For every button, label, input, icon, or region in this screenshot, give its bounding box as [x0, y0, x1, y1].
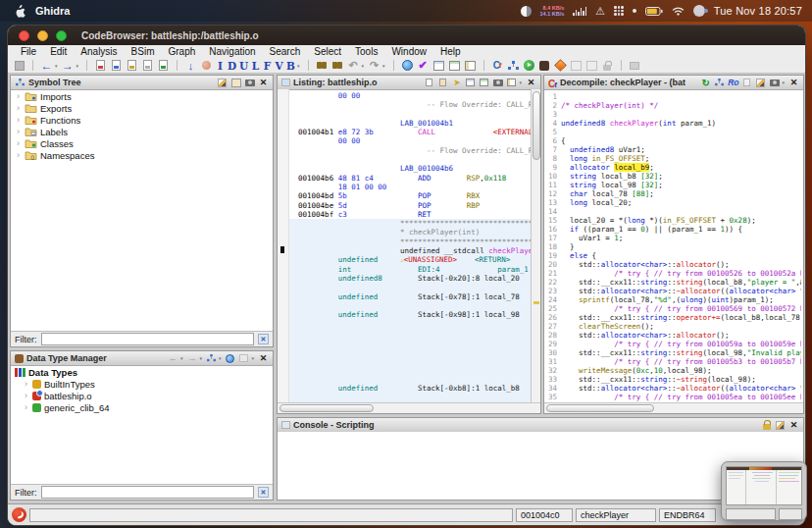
- lock-icon[interactable]: [601, 59, 614, 72]
- tree-options-icon[interactable]: [206, 353, 217, 364]
- listing-code[interactable]: 00 00 -- Flow Override: CALL_RETURN ( LA…: [289, 91, 531, 402]
- nav-label-icon[interactable]: L: [251, 60, 260, 72]
- code-line[interactable]: [289, 346, 531, 355]
- refresh-icon[interactable]: [225, 353, 235, 364]
- world-icon[interactable]: [401, 59, 414, 72]
- code-line[interactable]: -- Flow Override: CALL_RETURN (: [289, 146, 531, 155]
- close-window-button[interactable]: [19, 30, 29, 41]
- nav-bookmark-icon[interactable]: B: [286, 60, 295, 72]
- back-icon[interactable]: ←: [40, 59, 53, 72]
- tree-item-battleship-o[interactable]: › battleship.o: [11, 390, 273, 401]
- menu-tools[interactable]: Tools: [348, 46, 384, 57]
- code-line[interactable]: undefined __stdcall checkPlayer: [289, 246, 531, 255]
- menu-help[interactable]: Help: [433, 46, 468, 57]
- search-memory-icon[interactable]: [316, 59, 329, 72]
- display-contrast-icon[interactable]: [521, 6, 532, 17]
- camera-icon[interactable]: [492, 78, 503, 88]
- code-line[interactable]: ************************************: [289, 238, 531, 246]
- code-line[interactable]: 00 00: [289, 136, 531, 145]
- code-line[interactable]: ************************************: [289, 219, 531, 228]
- chevron-right-icon[interactable]: ›: [23, 379, 29, 389]
- data-type-icon[interactable]: [554, 59, 567, 72]
- code-line[interactable]: [289, 356, 531, 365]
- close-icon[interactable]: ✕: [258, 78, 269, 88]
- code-line[interactable]: 9 allocator local_b9;: [546, 163, 801, 172]
- chevron-right-icon[interactable]: ›: [15, 115, 22, 125]
- code-line[interactable]: undefined8 Stack[-0x20]:8 local_20: [289, 274, 531, 283]
- clear-filter-icon[interactable]: ✕: [258, 334, 269, 344]
- tree-item-data-types-root[interactable]: Data Types: [11, 366, 273, 378]
- chevron-right-icon[interactable]: ›: [15, 150, 22, 160]
- code-line[interactable]: [289, 319, 531, 328]
- apple-logo-icon[interactable]: [14, 4, 25, 18]
- code-line[interactable]: 4undefined8 checkPlayer(int param_1): [546, 119, 801, 128]
- code-line[interactable]: 001004b6 48 81 c4 ADD RSP,0x118: [289, 174, 531, 183]
- console-header[interactable]: Console - Scripting ✕: [278, 418, 803, 433]
- code-line[interactable]: 00 00: [289, 91, 531, 100]
- close-icon[interactable]: ✕: [258, 353, 269, 364]
- dtm-header[interactable]: Data Type Manager ←▾ →▾ ▾ ▾ ✕: [11, 351, 273, 366]
- memory-chip-icon[interactable]: [629, 59, 641, 72]
- code-line[interactable]: 18 01 00 00: [289, 183, 531, 191]
- redo-icon[interactable]: ↷: [368, 59, 381, 72]
- close-icon[interactable]: ✕: [788, 420, 799, 431]
- menu-bsim[interactable]: BSim: [125, 46, 162, 57]
- pencil-icon[interactable]: [217, 78, 228, 88]
- run-script-icon[interactable]: [523, 59, 535, 72]
- listing-header[interactable]: Listing: battleship.o ➤ ▾ ✕: [278, 76, 540, 90]
- nav-varied-icon[interactable]: V: [275, 60, 283, 72]
- call-tree-icon[interactable]: [507, 59, 520, 72]
- code-line[interactable]: 001004b1 e8 72 3b CALL <EXTERNAL>::__st: [289, 128, 531, 136]
- nav-data-icon[interactable]: D: [228, 60, 236, 72]
- refresh-icon[interactable]: ↻: [700, 78, 711, 88]
- code-line[interactable]: [289, 365, 531, 374]
- table-view-icon[interactable]: [432, 59, 445, 72]
- menu-search[interactable]: Search: [263, 46, 308, 57]
- refresh-page-icon[interactable]: [157, 59, 170, 72]
- battery-icon[interactable]: [645, 7, 663, 16]
- decompile-code[interactable]: 12/* checkPlayer(int) */34undefined8 che…: [546, 92, 801, 402]
- decompile-header[interactable]: Cf Decompile: checkPlayer - (battleshi..…: [544, 76, 803, 90]
- menu-analysis[interactable]: Analysis: [74, 46, 124, 57]
- nav-undefined-icon[interactable]: U: [239, 60, 248, 72]
- scrollbar-thumb[interactable]: [279, 404, 374, 412]
- nav-function-icon[interactable]: F: [263, 60, 272, 72]
- paste-special-icon[interactable]: [110, 59, 123, 72]
- code-line[interactable]: 2/* checkPlayer(int) */: [546, 101, 801, 110]
- menu-window[interactable]: Window: [384, 46, 433, 57]
- warning-menu-icon[interactable]: ⚠: [595, 6, 605, 17]
- code-line[interactable]: [289, 329, 531, 338]
- code-line[interactable]: undefined Stack[-0x98]:1 local_98: [289, 310, 531, 319]
- tree-item-namespaces[interactable]: › () Namespaces: [11, 149, 273, 161]
- byte-viewer-icon[interactable]: [538, 59, 551, 72]
- validate-icon[interactable]: ✔: [417, 59, 430, 72]
- copy-icon[interactable]: [741, 78, 752, 88]
- code-line[interactable]: 26 std::__cxx11::string::operator+=(loca…: [546, 313, 801, 322]
- code-line[interactable]: [289, 301, 531, 310]
- menu-select[interactable]: Select: [307, 46, 348, 57]
- function-graph-icon[interactable]: Cf: [491, 59, 504, 72]
- zoom-window-button[interactable]: [56, 30, 67, 41]
- code-line[interactable]: 17 uVar1 = 1;: [546, 234, 801, 242]
- code-line[interactable]: 20 std::allocator<char>::allocator();: [546, 260, 801, 269]
- window-a-icon[interactable]: [570, 59, 583, 72]
- close-icon[interactable]: ✕: [526, 78, 536, 88]
- code-line[interactable]: 34 std::allocator<char>::~allocator((all…: [546, 384, 801, 393]
- chevron-right-icon[interactable]: ›: [23, 391, 29, 400]
- code-line[interactable]: 8 long in_FS_OFFSET;: [546, 154, 801, 163]
- code-line[interactable]: 11 string local_98 [32];: [546, 181, 801, 189]
- tree-item-exports[interactable]: › Exports: [11, 102, 273, 114]
- code-line[interactable]: 15 local_20 = *(long *)(in_FS_OFFSET + 0…: [546, 216, 801, 225]
- search-program-icon[interactable]: [331, 59, 344, 72]
- code-line[interactable]: 3: [546, 110, 801, 119]
- code-line[interactable]: 23 std::allocator<char>::~allocator((all…: [546, 287, 801, 295]
- code-line[interactable]: 16 if ((param_1 == 0) || (param_1 == 1))…: [546, 225, 801, 234]
- decompile-horizontal-scrollbar[interactable]: [544, 402, 803, 413]
- ro-toggle[interactable]: Ro: [728, 78, 738, 87]
- code-line[interactable]: 001004bd 5b POP RBX: [289, 191, 531, 200]
- code-line[interactable]: [289, 110, 531, 119]
- code-line[interactable]: int EDI:4 param_1: [289, 265, 531, 274]
- forward-icon[interactable]: →: [62, 59, 75, 72]
- chevron-right-icon[interactable]: ›: [15, 91, 22, 101]
- listing-vertical-scrollbar[interactable]: [531, 89, 540, 402]
